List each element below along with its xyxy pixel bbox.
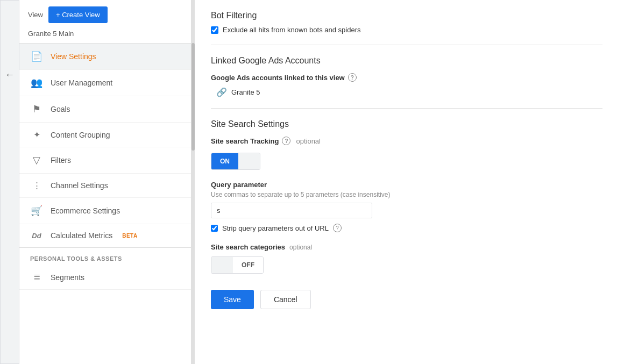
sidebar-item-user-management[interactable]: 👥 User Management	[19, 70, 191, 96]
divider-2	[211, 108, 602, 109]
tracking-label-text: Site search Tracking	[211, 137, 279, 145]
categories-toggle-off-label[interactable]: OFF	[233, 257, 263, 273]
sidebar-item-content-grouping[interactable]: ✦ Content Grouping	[19, 123, 191, 147]
sidebar-header: View + Create View	[19, 0, 191, 27]
site-search-title: Site Search Settings	[211, 119, 602, 129]
query-parameter-label: Query parameter	[211, 181, 602, 189]
user-management-icon: 👥	[30, 77, 43, 89]
tracking-optional-text: optional	[296, 137, 321, 145]
strip-row: Strip query parameters out of URL ?	[211, 224, 602, 232]
query-parameter-hint: Use commas to separate up to 5 parameter…	[211, 191, 602, 198]
back-arrow-icon: ←	[5, 69, 15, 81]
linked-account-name: Granite 5	[231, 88, 260, 96]
linked-account-row: 🔗 Granite 5	[216, 87, 602, 97]
sidebar-item-label-goals: Goals	[51, 105, 70, 113]
sidebar-item-calculated-metrics[interactable]: Dd Calculated Metrics BETA	[19, 224, 191, 247]
content-grouping-icon: ✦	[30, 130, 43, 140]
divider-1	[211, 45, 602, 45]
action-row: Save Cancel	[211, 290, 602, 309]
sidebar-item-label-view-settings: View Settings	[51, 52, 96, 61]
ecommerce-settings-icon: 🛒	[30, 205, 43, 217]
sidebar-item-ecommerce-settings[interactable]: 🛒 Ecommerce Settings	[19, 198, 191, 224]
linked-ads-subsection-label: Google Ads accounts linked to this view …	[211, 73, 602, 82]
view-settings-icon: 📄	[30, 51, 43, 62]
main-content: Bot Filtering Exclude all hits from know…	[195, 0, 624, 364]
account-name: Granite 5 Main	[19, 27, 191, 43]
sidebar-item-label-content-grouping: Content Grouping	[51, 131, 110, 139]
sidebar-item-goals[interactable]: ⚑ Goals	[19, 96, 191, 123]
query-parameter-input[interactable]	[211, 203, 372, 218]
sidebar: View + Create View Granite 5 Main 📄 View…	[19, 0, 192, 364]
sidebar-item-label-segments: Segments	[51, 273, 84, 282]
strip-help-icon[interactable]: ?	[333, 224, 342, 232]
linked-ads-section: Linked Google Ads Accounts Google Ads ac…	[211, 56, 602, 97]
toggle-on-label[interactable]: ON	[211, 153, 238, 169]
bot-filtering-checkbox[interactable]	[211, 26, 218, 34]
sidebar-item-channel-settings[interactable]: ⋮ Channel Settings	[19, 174, 191, 198]
site-search-toggle[interactable]: ON	[211, 153, 260, 170]
bot-filtering-title: Bot Filtering	[211, 11, 602, 20]
bot-filtering-checkbox-row: Exclude all hits from known bots and spi…	[211, 26, 602, 34]
categories-toggle-left	[211, 257, 233, 273]
sidebar-item-filters[interactable]: ▽ Filters	[19, 147, 191, 174]
categories-label-row: Site search categories optional	[211, 243, 602, 251]
site-search-section: Site Search Settings Site search Trackin…	[211, 119, 602, 274]
sidebar-item-label-filters: Filters	[51, 156, 71, 165]
strip-label: Strip query parameters out of URL	[222, 224, 329, 232]
personal-tools-label: PERSONAL TOOLS & ASSETS	[19, 248, 191, 265]
filters-icon: ▽	[30, 154, 43, 166]
toggle-placeholder	[238, 153, 260, 169]
categories-toggle[interactable]: OFF	[211, 256, 264, 274]
linked-ads-subsection-text: Google Ads accounts linked to this view	[211, 74, 345, 82]
sidebar-item-label-user-management: User Management	[51, 78, 112, 87]
segments-icon: ≣	[30, 272, 43, 282]
link-chain-icon: 🔗	[216, 87, 227, 97]
categories-optional-text: optional	[289, 244, 312, 251]
tracking-label: Site search Tracking ?	[211, 137, 290, 145]
sidebar-scrollbar[interactable]	[192, 0, 195, 364]
sidebar-item-label-calculated-metrics: Calculated Metrics	[51, 231, 112, 240]
save-button[interactable]: Save	[211, 290, 254, 309]
back-button[interactable]: ←	[0, 0, 19, 364]
sidebar-item-view-settings[interactable]: 📄 View Settings	[19, 44, 191, 70]
channel-settings-icon: ⋮	[30, 181, 43, 190]
view-label: View	[28, 11, 43, 19]
tracking-help-icon[interactable]: ?	[282, 137, 290, 145]
bot-filtering-section: Bot Filtering Exclude all hits from know…	[211, 11, 602, 34]
sidebar-item-segments[interactable]: ≣ Segments	[19, 265, 191, 290]
sidebar-nav: 📄 View Settings 👥 User Management ⚑ Goal…	[19, 44, 191, 247]
linked-ads-title: Linked Google Ads Accounts	[211, 56, 602, 66]
sidebar-item-label-ecommerce-settings: Ecommerce Settings	[51, 206, 120, 215]
linked-ads-help-icon[interactable]: ?	[348, 73, 357, 82]
calculated-metrics-icon: Dd	[30, 232, 43, 240]
beta-badge: BETA	[122, 233, 137, 239]
strip-checkbox[interactable]	[211, 225, 218, 232]
create-view-button[interactable]: + Create View	[48, 6, 108, 23]
cancel-button[interactable]: Cancel	[260, 290, 311, 309]
goals-icon: ⚑	[30, 103, 43, 115]
bot-filtering-label: Exclude all hits from known bots and spi…	[223, 26, 361, 34]
categories-label-text: Site search categories	[211, 243, 285, 251]
tracking-row: Site search Tracking ? optional	[211, 137, 602, 145]
sidebar-item-label-channel-settings: Channel Settings	[51, 181, 108, 190]
scrollbar-thumb	[192, 43, 195, 151]
